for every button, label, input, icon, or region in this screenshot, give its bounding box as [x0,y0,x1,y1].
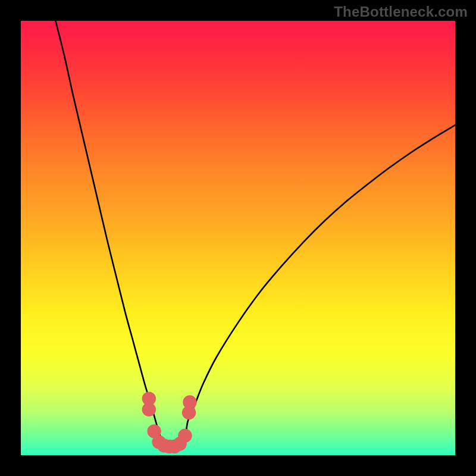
marker-dot [183,395,196,409]
plot-area [21,21,455,455]
bottleneck-curve [55,21,455,451]
marker-dot [178,428,192,442]
chart-svg [21,21,455,455]
watermark-text: TheBottleneck.com [334,4,468,20]
marker-dot [142,403,156,416]
outer-frame: TheBottleneck.com [0,0,476,476]
bottom-markers-group [142,392,197,453]
